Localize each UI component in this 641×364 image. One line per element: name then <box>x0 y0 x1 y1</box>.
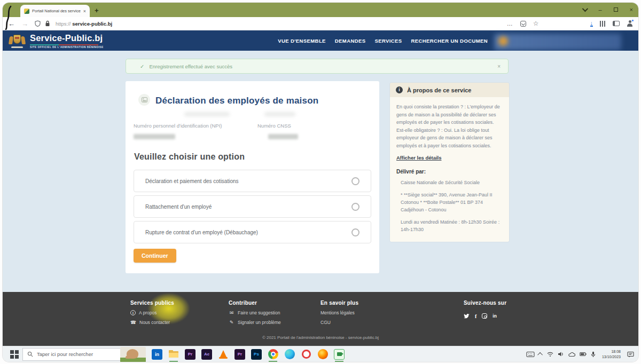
service-image-placeholder-icon <box>138 94 150 106</box>
taskbar-search-input[interactable] <box>37 351 101 357</box>
blurred-text-smudge <box>264 112 295 116</box>
opera-icon[interactable] <box>301 349 311 360</box>
downloads-icon[interactable]: ↓ <box>590 20 593 27</box>
npi-value-blurred <box>134 134 175 139</box>
photoshop-icon[interactable]: Ps <box>251 349 262 360</box>
nav-item-rechercher-document[interactable]: RECHERCHER UN DOCUMEN <box>411 38 488 44</box>
volume-icon[interactable] <box>558 351 564 357</box>
notification-center-icon[interactable] <box>627 351 634 358</box>
taskbar-clock[interactable]: 18:08 13/10/2023 <box>602 349 621 359</box>
footer-ensavoirplus-title: En savoir plus <box>320 300 358 306</box>
about-service-panel: i À propos de ce service En quoi consist… <box>390 83 509 242</box>
radio-button[interactable] <box>351 177 359 185</box>
footer-column-services: Services publics i A propos ☎ Nous conta… <box>130 300 174 325</box>
option-rattachement-employe[interactable]: Rattachement d'un employé <box>134 195 371 218</box>
footer-link-apropos[interactable]: i A propos <box>130 310 174 315</box>
footer-link-nous-contacter[interactable]: ☎ Nous contacter <box>130 320 174 325</box>
vlc-icon[interactable] <box>218 349 229 360</box>
library-icon[interactable] <box>600 21 606 27</box>
option-declaration-paiement-cotisations[interactable]: Déclaration et paiement des cotisations <box>134 170 371 192</box>
shield-icon[interactable] <box>35 20 41 27</box>
bookmark-star-icon[interactable]: ☆ <box>533 20 539 27</box>
nav-item-demandes[interactable]: DEMANDES <box>335 38 366 44</box>
premiere-pro-icon[interactable]: Pr <box>185 349 196 360</box>
facebook-icon[interactable]: f <box>475 313 476 319</box>
instagram-icon[interactable] <box>482 313 487 319</box>
nav-item-services[interactable]: SERVICES <box>374 38 402 44</box>
forward-button[interactable]: → <box>21 20 28 28</box>
taskbar-search-box[interactable] <box>22 348 139 361</box>
about-service-body: En quoi consiste la prestation ? : L'emp… <box>390 97 509 242</box>
taskbar-widget-image[interactable] <box>120 347 146 362</box>
nav-item-vue-densemble[interactable]: VUE D'ENSEMBLE <box>278 38 326 44</box>
windows-start-icon[interactable] <box>10 350 18 358</box>
footer-column-follow: Suivez-nous sur f in <box>464 300 506 321</box>
clock-time: 18:08 <box>602 349 621 354</box>
browser-tab[interactable]: Portail National des services pub... × <box>20 5 90 17</box>
tab-title: Portail National des services pub... <box>32 9 81 13</box>
account-profile-icon[interactable] <box>627 20 633 27</box>
continue-button[interactable]: Continuer <box>134 249 176 263</box>
linkedin-icon[interactable]: in <box>493 313 497 319</box>
twitter-icon[interactable] <box>464 311 470 321</box>
tab-close-icon[interactable]: × <box>83 9 86 14</box>
declaration-card: Déclaration des employés de maison Numér… <box>126 81 379 273</box>
site-header: Service-Public.bj SITE OFFICIEL DE L'ADM… <box>3 30 638 51</box>
radio-button[interactable] <box>351 203 359 211</box>
url-domain: service-public.bj <box>72 21 112 27</box>
footer-contribuer-title: Contribuer <box>229 300 281 306</box>
show-details-link[interactable]: Afficher les détails <box>396 155 441 161</box>
footer-link-cgu[interactable]: CGU <box>320 320 358 325</box>
footer-link-mentions-legales[interactable]: Mentions légales <box>320 310 358 315</box>
alert-close-icon[interactable]: × <box>497 64 501 69</box>
site-logo[interactable]: Service-Public.bj SITE OFFICIEL DE L'ADM… <box>30 33 104 49</box>
file-explorer-icon[interactable] <box>168 349 179 360</box>
tab-favicon-icon <box>24 9 29 14</box>
close-window-button[interactable]: × <box>630 7 633 13</box>
info-icon: i <box>396 86 403 93</box>
new-tab-button[interactable]: + <box>95 7 99 14</box>
minimize-button[interactable]: – <box>598 7 601 13</box>
lock-icon[interactable] <box>45 20 50 27</box>
option-rupture-contrat[interactable]: Rupture de contrat d'un employé (Débauch… <box>134 221 371 243</box>
site-logo-title: Service-Public.bj <box>30 33 104 43</box>
window-menu-chevron-icon[interactable] <box>582 6 588 12</box>
browser-tab-bar: Portail National des services pub... × +… <box>3 3 638 17</box>
user-avatar-blurred <box>498 36 508 46</box>
keyboard-input-icon[interactable] <box>526 351 535 358</box>
footer-follow-title: Suivez-nous sur <box>464 300 506 306</box>
edge-icon[interactable] <box>284 349 295 360</box>
benin-coat-of-arms-logo[interactable] <box>9 33 25 48</box>
battery-icon[interactable] <box>580 352 587 357</box>
windows-taskbar: in Pr Ae Pr Ps <box>3 346 638 362</box>
option-label: Rupture de contrat d'un employé (Débauch… <box>145 230 258 235</box>
blurred-text-smudge <box>184 112 230 116</box>
screen-recorder-icon[interactable] <box>334 349 345 360</box>
footer-link-suggestion[interactable]: ✉ Faire une suggestion <box>229 310 281 315</box>
after-effects-icon[interactable]: Ae <box>201 349 212 360</box>
url-field[interactable]: https:// service-public.bj <box>56 21 112 27</box>
clock-date: 13/10/2023 <box>602 354 621 359</box>
options-heading: Veuillez choisir une option <box>134 152 245 162</box>
option-label: Déclaration et paiement des cotisations <box>145 178 239 184</box>
chrome-icon[interactable] <box>268 349 278 360</box>
onedrive-icon[interactable] <box>568 352 575 357</box>
hidden-icons-chevron[interactable] <box>537 352 543 358</box>
taskbar-app-icons: in Pr Ae Pr Ps <box>152 349 345 360</box>
linkedin-app-icon[interactable]: in <box>152 349 162 360</box>
microphone-icon[interactable] <box>591 351 596 358</box>
footer-services-title: Services publics <box>130 300 174 306</box>
footer-link-signaler-probleme[interactable]: ✎ Signaler un problème <box>229 320 281 325</box>
premiere-pro-icon-2[interactable]: Pr <box>234 349 245 360</box>
sidebar-toggle-icon[interactable] <box>613 21 620 26</box>
page-actions-icon[interactable]: … <box>507 20 513 27</box>
firefox-icon[interactable] <box>317 349 328 360</box>
cnss-field-label: Numéro CNSS <box>257 123 291 129</box>
network-icon[interactable] <box>547 351 553 357</box>
info-icon: i <box>130 310 136 315</box>
pocket-save-icon[interactable] <box>520 21 526 27</box>
maximize-button[interactable] <box>614 7 618 12</box>
success-alert: ✓ Enregistrement effectué avec succès × <box>126 59 509 74</box>
about-service-header: i À propos de ce service <box>390 83 509 97</box>
radio-button[interactable] <box>351 228 359 236</box>
